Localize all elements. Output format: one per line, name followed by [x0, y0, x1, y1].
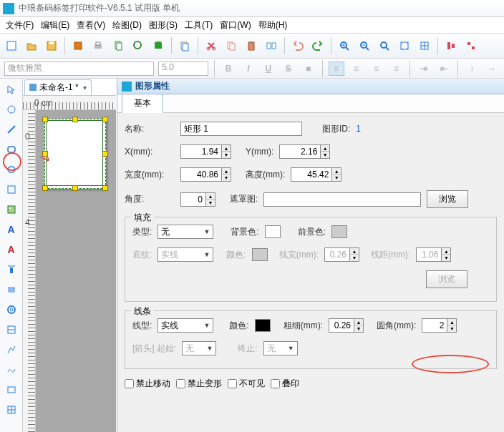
- settings-icon[interactable]: [69, 37, 87, 54]
- polyline-tool-icon[interactable]: [4, 342, 19, 358]
- print-icon[interactable]: [89, 37, 107, 54]
- menu-window[interactable]: 窗口(W): [217, 18, 253, 33]
- spin-down[interactable]: ▼: [222, 152, 231, 158]
- image-tool-icon[interactable]: [4, 202, 19, 217]
- zoom-in-icon[interactable]: [336, 37, 353, 54]
- underline-icon[interactable]: U: [261, 62, 276, 76]
- spin-down[interactable]: ▼: [222, 175, 231, 181]
- selected-rectangle[interactable]: [46, 120, 103, 186]
- rich-text-tool-icon[interactable]: A: [4, 242, 19, 257]
- spin-down[interactable]: ▼: [332, 175, 341, 181]
- justify-icon[interactable]: ≡: [388, 62, 404, 76]
- x-field[interactable]: [180, 144, 222, 159]
- zoom-out-icon[interactable]: [356, 37, 373, 54]
- paste-icon[interactable]: [243, 37, 260, 54]
- hidden-checkbox[interactable]: 不可见: [228, 378, 265, 390]
- doc-tab[interactable]: 未命名-1 * ▾: [24, 79, 92, 95]
- browse-button[interactable]: 浏览: [427, 190, 468, 208]
- polygon-tool-icon[interactable]: [4, 182, 19, 197]
- preview-icon[interactable]: [130, 37, 147, 54]
- indent-left-icon[interactable]: ⇤: [436, 62, 452, 76]
- char-spacing-icon[interactable]: ↔: [484, 62, 500, 76]
- grid-icon[interactable]: [416, 37, 433, 54]
- mask-field[interactable]: [263, 192, 421, 207]
- menu-tool[interactable]: 工具(T): [182, 18, 215, 33]
- menu-edit[interactable]: 编辑(E): [38, 18, 72, 33]
- spin-up[interactable]: ▲: [222, 145, 231, 152]
- pages-icon[interactable]: [110, 37, 127, 54]
- zoom-100-icon[interactable]: [376, 37, 393, 54]
- fit-icon[interactable]: [396, 37, 413, 54]
- width-field[interactable]: [180, 167, 222, 182]
- canvas[interactable]: [36, 110, 116, 432]
- rect-tool-icon[interactable]: [4, 382, 19, 398]
- name-field[interactable]: [180, 122, 302, 136]
- spin-up[interactable]: ▲: [332, 168, 341, 175]
- duplicate-icon[interactable]: [223, 37, 240, 54]
- noresize-checkbox[interactable]: 禁止变形: [176, 378, 222, 390]
- spin-up[interactable]: ▲: [447, 319, 456, 325]
- spin-up[interactable]: ▲: [354, 319, 363, 325]
- height-field[interactable]: [291, 167, 332, 182]
- hand-tool-icon[interactable]: [4, 102, 19, 117]
- spin-down[interactable]: ▼: [206, 200, 215, 206]
- angle-field[interactable]: [180, 192, 206, 207]
- lock-checkbox[interactable]: 禁止移动: [125, 378, 170, 390]
- linetype-combo[interactable]: 实线▼: [158, 318, 213, 333]
- strike-icon[interactable]: S: [281, 62, 296, 76]
- font-name-combo[interactable]: 微软雅黑: [4, 62, 154, 76]
- dropdown-icon[interactable]: ▾: [83, 84, 87, 92]
- new-icon[interactable]: [3, 37, 20, 54]
- qrcode-tool-icon[interactable]: [4, 302, 19, 318]
- rounded-rect-tool-icon[interactable]: [4, 142, 19, 157]
- align-center-icon[interactable]: ≡: [349, 62, 364, 76]
- shape-id[interactable]: 1: [356, 124, 361, 134]
- fill-type-combo[interactable]: 无▼: [158, 225, 213, 239]
- linecolor-swatch[interactable]: [255, 319, 271, 332]
- font-size-combo[interactable]: 5.0: [158, 62, 208, 76]
- spin-down[interactable]: ▼: [321, 152, 329, 158]
- spin-down[interactable]: ▼: [447, 325, 456, 332]
- overprint-checkbox[interactable]: 叠印: [271, 378, 299, 390]
- menu-file[interactable]: 文件(F): [3, 18, 37, 33]
- save-icon[interactable]: [43, 37, 60, 54]
- round-field[interactable]: [422, 318, 447, 333]
- spin-up[interactable]: ▲: [206, 193, 215, 200]
- align-top-tool-icon[interactable]: [4, 262, 19, 278]
- bold-icon[interactable]: B: [220, 62, 236, 76]
- fill-browse-button[interactable]: 浏览: [426, 270, 467, 288]
- grid-tool-icon[interactable]: [4, 402, 19, 418]
- select-tool-icon[interactable]: [4, 82, 19, 97]
- menu-help[interactable]: 帮助(H): [256, 18, 291, 33]
- db-icon[interactable]: [150, 37, 167, 54]
- y-field[interactable]: [279, 144, 321, 159]
- spin-down[interactable]: ▼: [354, 325, 363, 332]
- line-height-icon[interactable]: ↕: [464, 62, 480, 76]
- open-icon[interactable]: [23, 37, 40, 54]
- undo-icon[interactable]: [289, 37, 306, 54]
- tab-basic[interactable]: 基本: [122, 94, 163, 113]
- align-icon[interactable]: [442, 37, 460, 54]
- menu-view[interactable]: 查看(V): [74, 18, 108, 33]
- distribute-icon[interactable]: [462, 37, 480, 54]
- align-left-icon[interactable]: ≡: [329, 62, 344, 76]
- bg-swatch[interactable]: [265, 225, 281, 238]
- align-right-icon[interactable]: ≡: [369, 62, 384, 76]
- curve-tool-icon[interactable]: [4, 362, 19, 378]
- thick-field[interactable]: [329, 318, 354, 333]
- barcode-tool-icon[interactable]: [4, 282, 19, 298]
- fg-swatch[interactable]: [331, 225, 347, 238]
- font-color-icon[interactable]: ■: [301, 62, 316, 76]
- menu-draw[interactable]: 绘图(D): [110, 18, 145, 33]
- copy-icon[interactable]: [176, 37, 193, 54]
- line-tool-icon[interactable]: [4, 122, 19, 137]
- table-tool-icon[interactable]: [4, 322, 19, 338]
- spin-up[interactable]: ▲: [321, 145, 329, 152]
- redo-icon[interactable]: [309, 37, 326, 54]
- spacing-icon[interactable]: ⇥: [416, 62, 432, 76]
- menu-shape[interactable]: 图形(S): [146, 18, 180, 33]
- italic-icon[interactable]: I: [241, 62, 256, 76]
- text-tool-icon[interactable]: A: [4, 222, 19, 237]
- ellipse-tool-icon[interactable]: [4, 162, 19, 177]
- cut-icon[interactable]: [203, 37, 220, 54]
